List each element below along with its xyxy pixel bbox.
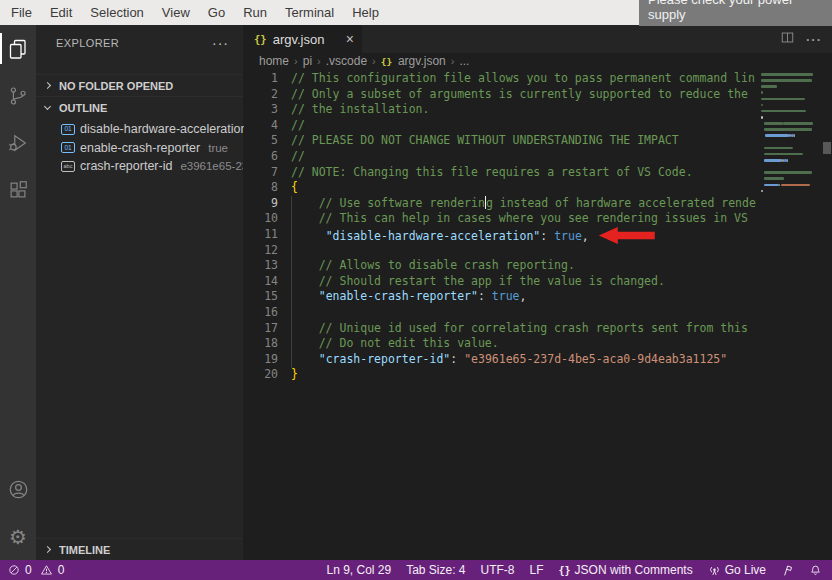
menu-view[interactable]: View bbox=[153, 5, 199, 20]
breadcrumb-separator: › bbox=[371, 55, 377, 67]
status-bar: 0 0 Ln 9, Col 29 Tab Size: 4 UTF-8 LF {̇… bbox=[0, 560, 832, 580]
chevron-right-icon bbox=[44, 546, 51, 553]
line-number: 3 bbox=[244, 102, 278, 118]
activity-run-debug-icon[interactable] bbox=[0, 119, 36, 166]
line-number: 6 bbox=[244, 149, 278, 165]
outline-item-crash-reporter-id[interactable]: abccrash-reporter-ide3961e65-237d-4... bbox=[36, 157, 243, 176]
code-line-13[interactable]: 13 // Allows to disable crash reporting. bbox=[244, 258, 758, 274]
minimap[interactable] bbox=[761, 71, 821, 197]
tab-close-icon[interactable]: × bbox=[346, 32, 354, 46]
outline-item-disable-hardware-acceleration[interactable]: 01disable-hardware-accelerationtrue bbox=[36, 120, 243, 139]
json-file-icon: {} bbox=[254, 33, 267, 45]
line-number: 11 bbox=[244, 227, 278, 243]
code-line-19[interactable]: 19 "crash-reporter-id": "e3961e65-237d-4… bbox=[244, 352, 758, 368]
code-line-10[interactable]: 10 // This can help in cases where you s… bbox=[244, 211, 758, 227]
symbol-string-icon: abc bbox=[61, 161, 75, 172]
section-outline[interactable]: OUTLINE bbox=[36, 96, 243, 118]
section-label: OUTLINE bbox=[59, 102, 107, 114]
menu-run[interactable]: Run bbox=[234, 5, 276, 20]
more-actions-icon[interactable]: ··· bbox=[806, 32, 822, 47]
line-number: 2 bbox=[244, 87, 278, 103]
code-line-11[interactable]: 11 "disable-hardware-acceleration": true… bbox=[244, 227, 758, 243]
editor-scrollbar[interactable] bbox=[822, 69, 832, 560]
split-editor-icon[interactable] bbox=[781, 30, 794, 48]
line-number: 20 bbox=[244, 367, 278, 383]
section-timeline[interactable]: TIMELINE bbox=[36, 538, 243, 560]
breadcrumb-item[interactable]: home bbox=[259, 54, 289, 68]
line-number: 15 bbox=[244, 289, 278, 305]
notifications-bell-icon[interactable] bbox=[809, 564, 822, 577]
code-line-4[interactable]: 4// bbox=[244, 118, 758, 134]
code-line-6[interactable]: 6// bbox=[244, 149, 758, 165]
timeline-header[interactable]: TIMELINE bbox=[36, 538, 243, 560]
notification-text: Please check your power supply bbox=[648, 0, 828, 22]
section-label: TIMELINE bbox=[59, 544, 110, 556]
line-number: 9 bbox=[244, 196, 278, 212]
menu-go[interactable]: Go bbox=[199, 5, 234, 20]
activity-account-icon[interactable] bbox=[0, 466, 36, 513]
code-line-18[interactable]: 18 // Do not edit this value. bbox=[244, 336, 758, 352]
red-arrow-annotation bbox=[599, 227, 655, 244]
outline-value: e3961e65-237d-4... bbox=[180, 160, 243, 172]
line-number: 19 bbox=[244, 352, 278, 368]
section-no-folder-opened[interactable]: NO FOLDER OPENED bbox=[36, 74, 243, 96]
code-line-3[interactable]: 3// the installation. bbox=[244, 102, 758, 118]
tab-argv-json[interactable]: {} argv.json × bbox=[244, 25, 362, 53]
breadcrumb-item[interactable]: {} argv.json bbox=[381, 54, 446, 68]
activity-extensions-icon[interactable] bbox=[0, 166, 36, 213]
language-mode-status[interactable]: {̇} JSON with Comments bbox=[559, 563, 693, 577]
breadcrumb: home›pi›.vscode›{} argv.json›... bbox=[244, 53, 832, 69]
tab-label: argv.json bbox=[273, 32, 325, 47]
cursor-position-status[interactable]: Ln 9, Col 29 bbox=[326, 563, 391, 577]
section-label: NO FOLDER OPENED bbox=[59, 80, 173, 92]
breadcrumb-separator: › bbox=[316, 55, 322, 67]
code-line-7[interactable]: 7// NOTE: Changing this file requires a … bbox=[244, 165, 758, 181]
code-line-1[interactable]: 1// This configuration file allows you t… bbox=[244, 71, 758, 87]
code-line-8[interactable]: 8{ bbox=[244, 180, 758, 196]
chevron-down-icon bbox=[44, 102, 51, 109]
menu-help[interactable]: Help bbox=[343, 5, 388, 20]
breadcrumb-item[interactable]: ... bbox=[459, 54, 469, 68]
problems-status[interactable]: 0 0 bbox=[8, 563, 64, 577]
code-line-14[interactable]: 14 // Should restart the app if the valu… bbox=[244, 274, 758, 290]
activity-settings-gear-icon[interactable]: ⚙ bbox=[0, 513, 36, 560]
code-line-2[interactable]: 2// Only a subset of arguments is curren… bbox=[244, 87, 758, 103]
line-number: 1 bbox=[244, 71, 278, 87]
menu-terminal[interactable]: Terminal bbox=[276, 5, 343, 20]
breadcrumb-item[interactable]: .vscode bbox=[326, 54, 367, 68]
code-line-20[interactable]: 20} bbox=[244, 367, 758, 383]
code-editor[interactable]: 1// This configuration file allows you t… bbox=[244, 69, 832, 560]
code-line-15[interactable]: 15 "enable-crash-reporter": true, bbox=[244, 289, 758, 305]
menu-file[interactable]: File bbox=[2, 5, 41, 20]
braces-icon: {̇} bbox=[559, 565, 571, 576]
line-number: 16 bbox=[244, 305, 278, 321]
editor-group: {} argv.json × ··· home›pi›.vscode›{} ar… bbox=[244, 25, 832, 560]
scrollbar-thumb[interactable] bbox=[823, 142, 831, 154]
symbol-boolean-icon: 01 bbox=[61, 142, 75, 153]
code-line-16[interactable]: 16 bbox=[244, 305, 758, 321]
code-line-17[interactable]: 17 // Unique id used for correlating cra… bbox=[244, 321, 758, 337]
code-line-5[interactable]: 5// PLEASE DO NOT CHANGE WITHOUT UNDERST… bbox=[244, 133, 758, 149]
code-line-12[interactable]: 12 bbox=[244, 243, 758, 259]
encoding-status[interactable]: UTF-8 bbox=[481, 563, 515, 577]
outline-item-enable-crash-reporter[interactable]: 01enable-crash-reportertrue bbox=[36, 139, 243, 158]
line-number: 10 bbox=[244, 211, 278, 227]
activity-explorer-icon[interactable] bbox=[0, 25, 36, 72]
menu-edit[interactable]: Edit bbox=[41, 5, 81, 20]
line-number: 14 bbox=[244, 274, 278, 290]
go-live-status[interactable]: Go Live bbox=[708, 563, 766, 577]
eol-status[interactable]: LF bbox=[530, 563, 544, 577]
error-count: 0 bbox=[25, 563, 32, 577]
tab-size-status[interactable]: Tab Size: 4 bbox=[406, 563, 465, 577]
breadcrumb-separator: › bbox=[450, 55, 456, 67]
status-bar-right: Ln 9, Col 29 Tab Size: 4 UTF-8 LF {̇} JS… bbox=[326, 563, 822, 577]
activity-source-control-icon[interactable] bbox=[0, 72, 36, 119]
menu-selection[interactable]: Selection bbox=[81, 5, 152, 20]
outline-label: crash-reporter-id bbox=[80, 159, 172, 173]
chevron-right-icon bbox=[44, 82, 51, 89]
feedback-pennant-icon[interactable] bbox=[781, 564, 794, 577]
breadcrumb-item[interactable]: pi bbox=[303, 54, 312, 68]
code-line-9[interactable]: 9 // Use software rendering instead of h… bbox=[244, 196, 758, 212]
outline-label: disable-hardware-acceleration bbox=[80, 122, 247, 136]
activity-bar: ⚙ bbox=[0, 25, 36, 560]
